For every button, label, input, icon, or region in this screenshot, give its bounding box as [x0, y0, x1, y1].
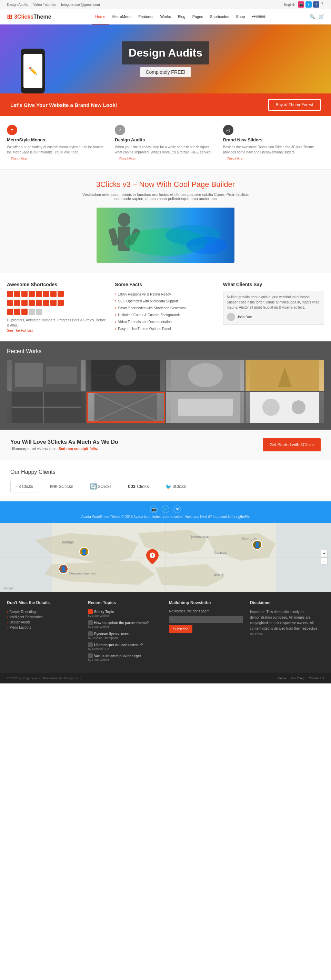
topic-title-4: Varius sit amet pulvinar eget [88, 654, 162, 658]
hero-section: ✏️ Design Audits Completely FREE! [0, 24, 331, 94]
nav-item-shop[interactable]: Shop [233, 9, 248, 24]
footer-instagram-icon[interactable]: 📷 [150, 506, 158, 513]
sc-icon-13 [36, 300, 42, 306]
hero-title: Design Audits [129, 46, 202, 59]
read-more-2[interactable]: → Read More [223, 157, 324, 161]
svg-point-7 [186, 237, 228, 254]
footer-link-2[interactable]: Design Audits [7, 620, 81, 625]
footer-envelope-icon[interactable]: ✉ [173, 506, 181, 513]
read-more-0[interactable]: → Read More [7, 157, 108, 161]
shortcode-icons-row3 [7, 309, 108, 315]
cart-icon[interactable]: 🛒 [318, 14, 324, 19]
client-logo-text-3: Clicks [137, 484, 149, 489]
sc-icon-4 [29, 291, 35, 297]
client-logo-3: 003 Clicks [123, 481, 153, 492]
nav-item-pages[interactable]: Pages [189, 9, 207, 24]
zoom-out-button[interactable]: − [321, 558, 328, 565]
subscribe-button[interactable]: Subscribe [169, 625, 193, 633]
nav-item-metromenu[interactable]: MetroMenu [109, 9, 135, 24]
work-item-4[interactable] [7, 392, 86, 423]
sc-icon-15 [50, 300, 57, 306]
svg-rect-24 [178, 399, 233, 416]
bottom-link-home[interactable]: Home [278, 676, 286, 680]
read-more-1[interactable]: → Read More [115, 157, 216, 161]
features-row: ≡ MetroStyle Menus We offer a huge varie… [0, 116, 331, 170]
work-image-7 [245, 392, 324, 423]
topic-icon-4 [88, 654, 93, 658]
design-audits-link[interactable]: Design Audits [7, 3, 28, 6]
sc-icon-8 [57, 291, 64, 297]
cta-button[interactable]: Get Started with 3Clicks [263, 438, 321, 451]
bullet-icon-4: › [115, 319, 116, 324]
language-selector[interactable]: English [284, 3, 295, 6]
sc-icon-9 [7, 300, 13, 306]
work-item-5[interactable] [86, 392, 165, 423]
footer-twitter-icon[interactable]: 🐦 [162, 506, 169, 513]
map-marker: 📍 [146, 549, 159, 566]
feature-icon-menu: ≡ [7, 125, 17, 135]
nav-item-forums[interactable]: ● Forums [248, 9, 269, 24]
nav-item-home[interactable]: Home [92, 9, 108, 24]
nav-item-blog[interactable]: Blog [175, 9, 189, 24]
map-avatar-3: 👤 [59, 564, 68, 574]
buy-button[interactable]: Buy at ThemeForest [268, 99, 321, 111]
more-social[interactable]: ▼ [321, 2, 324, 8]
work-item-2[interactable] [166, 360, 245, 391]
footer-col2-title: Recent Topics [88, 600, 162, 605]
builder-image [97, 208, 234, 263]
work-item-0[interactable] [7, 360, 86, 391]
video-tutorials-link[interactable]: Video Tutorials [33, 3, 56, 6]
topic-1: How to update the parent theme? by Luke … [88, 620, 162, 628]
site-logo[interactable]: ⊞ 3ClicksTheme [7, 13, 51, 21]
svg-point-1 [118, 213, 130, 227]
footer-col-newsletter: Mailchimp Newsletter No worries, we don'… [169, 600, 243, 665]
facebook-icon[interactable]: f [313, 2, 319, 8]
sc-icon-17 [7, 309, 13, 315]
top-bar-right: English 📷 t f ▼ [284, 2, 324, 8]
twitter-icon[interactable]: t [306, 2, 312, 8]
sc-icon-3 [21, 291, 27, 297]
email-link[interactable]: bringthepixel@gmail.com [61, 3, 100, 6]
client-logo-0: - 3 Clicks [10, 481, 38, 492]
recent-works-section: Recent Works [0, 341, 331, 430]
bottom-link-contact[interactable]: Contact Us [309, 676, 324, 680]
search-icon[interactable]: 🔍 [310, 14, 315, 19]
footer-social-content: 📷 🐦 ✉ Avada WordPress Theme © 2018 Avada… [4, 506, 327, 519]
nav-item-works[interactable]: Works [157, 9, 175, 24]
bottom-link-blog[interactable]: Our Blog [291, 676, 304, 680]
bullet-icon-0: › [115, 292, 116, 297]
fact-4: ›Video Tutorials and Documentation [115, 318, 216, 325]
sc-icon-19 [21, 309, 27, 315]
footer-link-1[interactable]: Intelligent Shortcodes [7, 614, 81, 620]
footer-social-icons: 📷 🐦 ✉ [4, 506, 327, 513]
fact-5: ›Easy to Use Theme Options Panel [115, 325, 216, 332]
footer-link-0[interactable]: Corner Roundings [7, 609, 81, 614]
work-item-6[interactable] [166, 392, 245, 423]
zoom-in-button[interactable]: + [321, 550, 328, 557]
topic-meta-2: by Jessica Thompson [88, 636, 162, 640]
nav-item-shortcodes[interactable]: Shortcodes [207, 9, 233, 24]
newsletter-input[interactable] [169, 616, 243, 623]
work-item-7[interactable] [245, 392, 324, 423]
sc-icon-12 [29, 300, 35, 306]
shortcodes-title: Awesome Shortcodes [7, 282, 108, 287]
logo-icon: ⊞ [7, 13, 12, 21]
topic-meta-1: by Luke Walker [88, 625, 162, 628]
see-full-link[interactable]: See The Full List [7, 329, 33, 332]
work-image-1 [86, 360, 165, 391]
builder-subtitle: Vestibulum ante ipsum primis in faucibus… [79, 192, 252, 201]
footer-link-3[interactable]: Menu Layouts [7, 625, 81, 630]
client-logo-1: ⊞⊞ 3Clicks [45, 481, 78, 492]
hero-content: Design Audits Completely FREE! [122, 41, 209, 77]
svg-rect-9 [15, 363, 43, 387]
fact-3: ›Unlimited Colors & Custom Backgrounds [115, 311, 216, 318]
topic-3: Ullamcorper dui consectetur? by Michael … [88, 643, 162, 651]
fact-1: ›SEO Optimized with Microdata Support [115, 298, 216, 304]
work-item-3[interactable] [245, 360, 324, 391]
fact-0: ›100% Responsive & Retina Ready [115, 291, 216, 298]
work-item-1[interactable] [86, 360, 165, 391]
nav-item-features[interactable]: Features [135, 9, 156, 24]
footer-col-details: Don't Miss the Details Corner Roundings … [7, 600, 81, 665]
feature-text-0: We offer a huge variety of custom menu s… [7, 145, 108, 155]
instagram-icon[interactable]: 📷 [298, 2, 304, 8]
